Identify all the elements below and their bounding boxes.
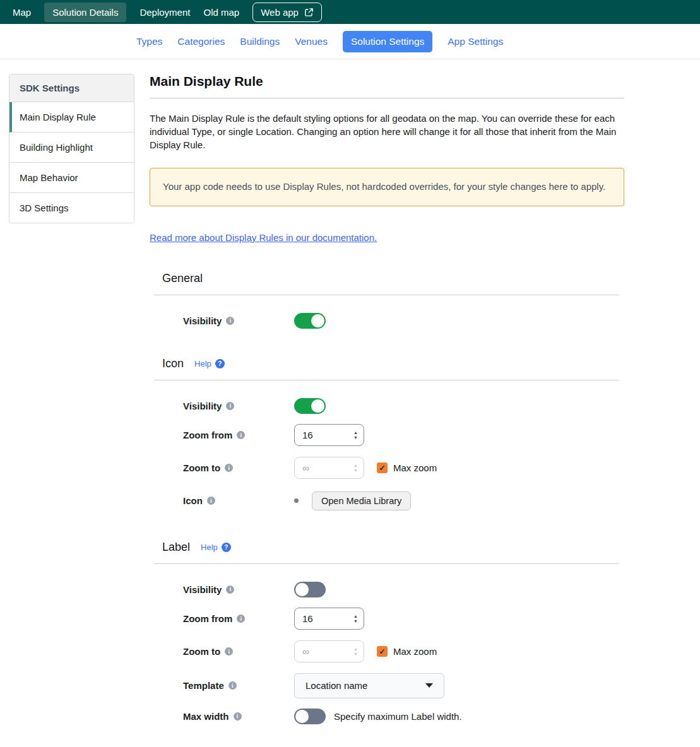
sidebar-item-map-behavior[interactable]: Map Behavior [9, 163, 134, 193]
info-icon[interactable]: i [207, 497, 215, 505]
sidebar-item-3d-settings[interactable]: 3D Settings [9, 193, 134, 223]
stepper-up-icon[interactable]: ▲ [353, 430, 358, 435]
info-icon[interactable]: i [225, 464, 233, 472]
documentation-link[interactable]: Read more about Display Rules in our doc… [150, 232, 377, 243]
number-stepper[interactable]: ▲▼ [353, 614, 358, 623]
warning-callout: Your app code needs to use Display Rules… [150, 168, 624, 206]
info-icon[interactable]: i [226, 402, 234, 410]
general-visibility-label: Visibility [183, 315, 222, 326]
label-zoom-from-input-wrapper: ▲▼ [294, 608, 364, 630]
topbar-item-map[interactable]: Map [13, 3, 31, 22]
info-icon[interactable]: i [226, 317, 234, 325]
stepper-down-icon[interactable]: ▼ [353, 619, 358, 623]
nav-tab-categories[interactable]: Categories [177, 36, 225, 47]
label-template-label: Template [183, 680, 224, 691]
label-visibility-label: Visibility [183, 584, 222, 595]
icon-zoom-to-row: Zoom to i ▲▼ ✓ Max zoom [183, 457, 624, 479]
info-icon[interactable]: i [237, 431, 245, 439]
icon-zoom-from-row: Zoom from i ▲▼ [183, 424, 624, 447]
section-label: Label Help ? Visibility i Zoom from [150, 541, 624, 724]
section-divider [154, 380, 619, 380]
stepper-up-icon: ▲ [353, 647, 358, 651]
general-visibility-row: Visibility i [183, 313, 624, 329]
icon-max-zoom-label: Max zoom [393, 462, 437, 473]
current-icon-dot [294, 498, 299, 503]
label-zoom-to-row: Zoom to i ▲▼ ✓ Max zoom [183, 640, 624, 663]
title-divider [150, 98, 624, 98]
general-visibility-toggle[interactable] [294, 313, 326, 329]
topbar-item-old-map[interactable]: Old map [203, 3, 239, 22]
number-stepper[interactable]: ▲▼ [353, 430, 358, 440]
main-content: Main Display Rule The Main Display Rule … [150, 74, 624, 734]
max-width-note: Specify maximum Label width. [334, 711, 462, 722]
info-icon[interactable]: i [237, 615, 245, 623]
nav-tab-venues[interactable]: Venues [295, 36, 328, 47]
label-max-width-toggle[interactable] [294, 709, 326, 724]
solution-sub-nav: Types Categories Buildings Venues Soluti… [0, 24, 700, 59]
label-zoom-from-row: Zoom from i ▲▼ [183, 608, 624, 630]
icon-help-label: Help [194, 359, 211, 368]
stepper-down-icon[interactable]: ▼ [353, 435, 358, 440]
icon-zoom-from-label: Zoom from [183, 430, 232, 440]
label-max-width-row: Max width i Specify maximum Label width. [183, 709, 624, 724]
nav-tab-solution-settings[interactable]: Solution Settings [343, 31, 432, 52]
nav-tab-buildings[interactable]: Buildings [240, 36, 280, 47]
icon-visibility-row: Visibility i [183, 398, 624, 414]
info-icon[interactable]: i [228, 681, 237, 690]
icon-zoom-from-input-wrapper: ▲▼ [294, 424, 364, 446]
sidebar-item-building-highlight[interactable]: Building Highlight [9, 132, 134, 163]
page-layout: SDK Settings Main Display Rule Building … [0, 59, 700, 734]
label-max-zoom-label: Max zoom [393, 646, 437, 657]
stepper-up-icon: ▲ [353, 463, 358, 468]
label-zoom-to-input-wrapper: ▲▼ [294, 640, 364, 662]
question-mark-icon: ? [215, 359, 225, 368]
toggle-knob [295, 583, 309, 596]
sdk-settings-sidebar: SDK Settings Main Display Rule Building … [9, 74, 134, 223]
template-select-value: Location name [306, 680, 367, 691]
stepper-up-icon[interactable]: ▲ [353, 614, 358, 618]
icon-zoom-to-input [302, 462, 353, 473]
open-media-library-button[interactable]: Open Media Library [312, 491, 411, 510]
section-icon: Icon Help ? Visibility i Zoom from [150, 357, 624, 512]
nav-tab-types[interactable]: Types [136, 36, 162, 47]
label-help-link[interactable]: Help ? [201, 543, 231, 552]
info-icon[interactable]: i [234, 712, 242, 721]
nav-tab-app-settings[interactable]: App Settings [448, 36, 503, 47]
label-max-zoom-checkbox[interactable]: ✓ [377, 646, 388, 657]
icon-zoom-to-label: Zoom to [183, 462, 220, 473]
label-zoom-to-label: Zoom to [183, 646, 220, 657]
label-template-row: Template i Location name [183, 673, 624, 698]
main-display-rule-description: The Main Display Rule is the default sty… [150, 112, 622, 151]
section-icon-title: Icon [162, 357, 184, 370]
icon-picker-row: Icon i Open Media Library [183, 490, 624, 512]
icon-visibility-toggle[interactable] [294, 398, 326, 414]
icon-help-link[interactable]: Help ? [194, 359, 225, 368]
icon-picker-label: Icon [183, 495, 203, 506]
label-visibility-toggle[interactable] [294, 582, 326, 597]
label-zoom-to-input [302, 646, 353, 657]
label-zoom-from-input[interactable] [302, 613, 353, 624]
section-divider [154, 295, 619, 295]
info-icon[interactable]: i [225, 647, 233, 656]
topbar-item-deployment[interactable]: Deployment [139, 3, 190, 22]
external-link-icon [304, 8, 314, 17]
topbar-item-solution-details[interactable]: Solution Details [44, 3, 126, 22]
label-max-width-label: Max width [183, 711, 229, 722]
template-select[interactable]: Location name [294, 673, 444, 698]
toggle-knob [311, 314, 324, 327]
section-divider [154, 563, 619, 564]
web-app-button[interactable]: Web app [252, 3, 322, 22]
label-help-label: Help [201, 543, 218, 552]
icon-zoom-from-input[interactable] [302, 430, 353, 440]
label-max-zoom-checkbox-wrap: ✓ Max zoom [377, 646, 437, 657]
chevron-down-icon [425, 683, 433, 688]
number-stepper: ▲▼ [353, 647, 358, 656]
info-icon[interactable]: i [226, 585, 234, 594]
sidebar-header: SDK Settings [9, 74, 134, 102]
icon-visibility-label: Visibility [183, 401, 222, 411]
icon-max-zoom-checkbox[interactable]: ✓ [377, 462, 388, 473]
web-app-button-label: Web app [261, 7, 299, 18]
sidebar-item-main-display-rule[interactable]: Main Display Rule [9, 102, 134, 132]
page-title: Main Display Rule [150, 74, 624, 89]
question-mark-icon: ? [222, 543, 231, 552]
